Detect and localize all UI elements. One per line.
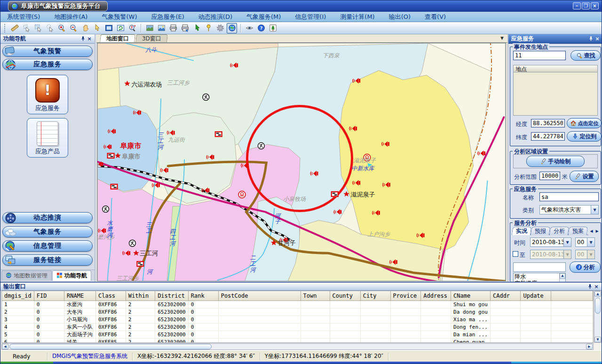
print-preview-icon[interactable] — [180, 23, 190, 33]
menu-item-map-operation[interactable]: 地图操作(A) — [54, 13, 87, 21]
tab-scroll-right-icon[interactable]: ▶ — [594, 228, 600, 234]
column-header[interactable]: Address — [421, 291, 451, 301]
close-icon[interactable]: × — [594, 36, 601, 42]
menu-item-view[interactable]: 查看(V) — [425, 13, 446, 21]
help-icon[interactable]: ? — [256, 23, 266, 33]
to-checkbox[interactable] — [513, 251, 518, 257]
column-header[interactable]: FID — [34, 291, 64, 301]
settings-gear-icon[interactable] — [215, 23, 225, 33]
pin-icon[interactable] — [586, 283, 593, 290]
table-row[interactable]: 30小马厩沟0XFF8626523020000Xiao ma ... — [2, 316, 593, 323]
tab-forecast[interactable]: 预报 — [531, 227, 551, 235]
hour-select[interactable]: 00▼ — [575, 237, 595, 247]
date-select[interactable]: 2010-08-13▼ — [530, 237, 571, 247]
menu-item-measurement[interactable]: 测量计算(M) — [340, 13, 374, 21]
scroll-right-icon[interactable]: ▶ — [586, 344, 593, 349]
event-search-input[interactable] — [513, 51, 566, 60]
scroll-up-icon[interactable]: ▲ — [594, 291, 601, 297]
table-row[interactable]: 40东风一小队0XFF8626523020000Dong fen... — [2, 323, 593, 331]
scroll-up-icon[interactable]: ▲ — [560, 273, 565, 279]
zoom-in-icon[interactable] — [56, 23, 67, 33]
globe-3d-icon[interactable] — [227, 23, 237, 33]
toolbar-grip[interactable] — [4, 24, 6, 32]
refresh-map-icon[interactable] — [115, 23, 126, 33]
map-canvas[interactable]: 下西泉六运湖农场三工河乡九运街阜康市阜康市滋泥泉子中新水库滋泥泉子小泉牧场上户沟… — [97, 43, 506, 281]
column-header[interactable]: RNAME — [64, 291, 96, 301]
column-header[interactable]: dmgis_id — [2, 291, 34, 301]
nav-group-info-management[interactable]: 信息管理 — [2, 240, 93, 252]
table-row[interactable]: 60城关0XFF8526523020000Cheng guan — [2, 338, 593, 343]
full-extent-icon[interactable] — [103, 23, 114, 33]
tab-plan[interactable]: 预案 — [568, 227, 588, 235]
menu-item-system-management[interactable]: 系统管理(S) — [7, 13, 40, 21]
print-icon[interactable] — [168, 23, 178, 33]
menu-item-info-management[interactable]: 信息管理(I) — [295, 13, 326, 21]
select-rectangle-icon[interactable] — [33, 23, 43, 33]
latitude-input[interactable] — [531, 132, 565, 141]
end-hour-select[interactable]: 00▼ — [575, 250, 595, 259]
column-header[interactable]: CAddr — [490, 291, 521, 301]
column-header[interactable]: Class — [95, 291, 126, 301]
tab-scroll-left-icon[interactable]: ◀ — [589, 228, 594, 234]
pin-icon[interactable] — [79, 36, 86, 42]
pan-hand-icon[interactable] — [80, 23, 90, 33]
tab-function-navigation[interactable]: 功能导航 — [52, 270, 91, 281]
measure-ruler-icon[interactable] — [9, 23, 20, 33]
menu-item-output[interactable]: 输出(O) — [389, 13, 411, 21]
longitude-input[interactable] — [531, 119, 565, 127]
column-header[interactable]: CName — [451, 291, 491, 301]
element-filter-box[interactable] — [513, 262, 566, 272]
service-type-select[interactable]: 气象和洪水灾害 ▼ — [539, 205, 599, 214]
range-input[interactable] — [539, 172, 560, 180]
tab-3d-window[interactable]: 3D窗口 — [135, 34, 168, 42]
tree-legend-icon[interactable] — [268, 23, 278, 33]
zoom-scale-icon[interactable]: ? — [127, 23, 137, 33]
close-button[interactable]: × — [591, 2, 599, 9]
menu-item-weather-warning[interactable]: 气象预警(W) — [102, 13, 137, 21]
tab-analysis[interactable]: 分析 — [549, 227, 570, 235]
service-name-input[interactable] — [539, 192, 599, 201]
tab-live[interactable]: 实况 — [512, 227, 532, 235]
snap-pointer-icon[interactable] — [191, 23, 202, 33]
set-range-button[interactable]: 设置 — [570, 171, 599, 182]
vertical-scrollbar[interactable]: ▲ ▼ — [594, 291, 602, 343]
horizontal-scrollbar[interactable]: ◀ ▶ — [1, 343, 594, 350]
visibility-eye-icon[interactable] — [244, 23, 254, 33]
place-list[interactable] — [513, 72, 598, 116]
select-polygon-icon[interactable] — [21, 23, 32, 33]
goto-location-button[interactable]: 定位到 — [567, 131, 602, 142]
close-icon[interactable]: × — [593, 283, 600, 290]
table-row[interactable]: 20大冬沟0XFF8626523020000Da dong gou — [2, 308, 593, 316]
tab-map-data-management[interactable]: 地图数据管理 — [1, 270, 52, 281]
locate-here-button[interactable]: 点击定位 — [567, 118, 602, 128]
restore-button[interactable]: ❐ — [582, 2, 590, 9]
pin-icon[interactable] — [587, 36, 594, 42]
scroll-left-icon[interactable]: ◀ — [2, 344, 8, 349]
nav-group-emergency-service[interactable]: 应急服务 — [2, 59, 93, 70]
column-header[interactable]: County — [330, 291, 360, 301]
column-header[interactable]: Town — [301, 291, 330, 301]
column-header[interactable]: PostCode — [218, 291, 301, 301]
column-header[interactable]: Update — [521, 291, 551, 301]
nav-group-weather-service[interactable]: 气象服务 — [2, 226, 93, 237]
emergency-service-button[interactable]: !应急服务 — [27, 75, 68, 114]
menu-item-emergency-service[interactable]: 应急服务(E) — [151, 13, 184, 21]
table-row[interactable]: 10水磨沟0XFF8626523020000Shui mo gou — [2, 301, 593, 308]
scroll-down-icon[interactable]: ▼ — [594, 337, 601, 342]
map-export-icon[interactable] — [144, 23, 155, 33]
column-header[interactable]: City — [360, 291, 390, 301]
close-icon[interactable]: × — [86, 36, 93, 42]
nav-group-dynamic-deduction[interactable]: 动态推演 — [2, 212, 93, 223]
select-pointer-icon[interactable] — [45, 23, 55, 33]
table-row[interactable]: 50大面场子沟0XFF8626523020000Da mian ... — [2, 331, 593, 338]
results-table[interactable]: dmgis_idFIDRNAMEClassWithinDistrictRankP… — [1, 291, 594, 343]
place-pin-icon[interactable] — [203, 23, 214, 33]
nav-group-service-links[interactable]: 服务链接 — [2, 254, 93, 266]
column-header[interactable]: Rank — [188, 291, 218, 301]
column-header[interactable]: District — [155, 291, 189, 301]
end-date-select[interactable]: 2010-08-13▼ — [530, 250, 571, 259]
nav-group-weather-warning[interactable]: 气象预警 — [2, 46, 93, 57]
emergency-product-button[interactable]: 应急产品 — [27, 118, 68, 158]
column-header[interactable]: Within — [126, 291, 155, 301]
find-button[interactable]: 查找 — [570, 50, 601, 61]
